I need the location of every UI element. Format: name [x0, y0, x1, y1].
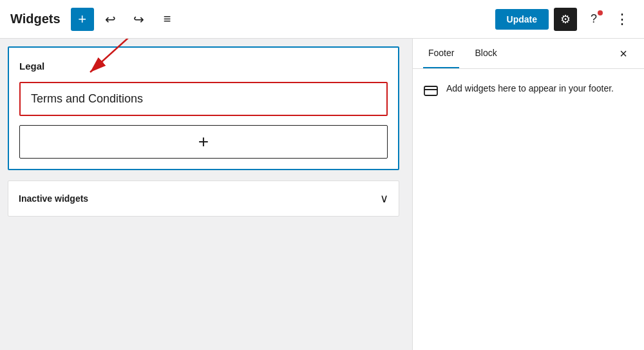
help-button[interactable]: ? — [582, 8, 605, 31]
right-panel: Footer Block × Add widgets here to appea… — [412, 39, 644, 350]
close-panel-button[interactable]: × — [613, 43, 634, 64]
widget-placeholder-icon — [423, 83, 439, 102]
settings-icon: ⚙ — [560, 12, 571, 26]
list-view-button[interactable]: ≡ — [156, 8, 179, 31]
add-widget-button[interactable]: + — [19, 125, 388, 159]
tab-footer[interactable]: Footer — [423, 39, 459, 68]
right-panel-content: Add widgets here to appear in your foote… — [413, 69, 644, 115]
widget-area-title: Legal — [19, 61, 388, 72]
chevron-down-icon: ∨ — [380, 191, 388, 206]
widget-area: Legal Terms and Conditions + — [8, 46, 399, 170]
more-icon: ⋮ — [615, 11, 629, 28]
redo-button[interactable]: ↪ — [128, 8, 151, 31]
right-panel-description: Add widgets here to appear in your foote… — [446, 82, 614, 95]
tab-block[interactable]: Block — [469, 39, 502, 68]
redo-icon: ↪ — [133, 12, 144, 27]
right-panel-tabs: Footer Block × — [413, 39, 644, 69]
undo-button[interactable]: ↩ — [99, 8, 122, 31]
page-title: Widgets — [10, 12, 61, 26]
settings-button[interactable]: ⚙ — [554, 8, 577, 31]
toolbar-right: Update ⚙ ? ⋮ — [495, 8, 634, 31]
help-icon: ? — [591, 12, 597, 26]
inactive-widgets-section[interactable]: Inactive widgets ∨ — [8, 180, 399, 217]
left-panel: Legal Terms and Conditions + — [0, 39, 412, 350]
update-button[interactable]: Update — [495, 9, 549, 30]
main-layout: Legal Terms and Conditions + — [0, 39, 644, 350]
terms-block[interactable]: Terms and Conditions — [19, 82, 388, 116]
svg-rect-2 — [424, 86, 437, 95]
widget-area-container: Legal Terms and Conditions + — [0, 46, 412, 217]
inactive-widgets-title: Inactive widgets — [19, 193, 88, 204]
add-block-button[interactable]: + — [71, 8, 94, 31]
notification-badge — [598, 10, 603, 15]
terms-block-text: Terms and Conditions — [31, 92, 143, 105]
list-icon: ≡ — [164, 12, 171, 26]
plus-icon: + — [198, 131, 209, 152]
toolbar: Widgets + ↩ ↪ ≡ Update ⚙ ? ⋮ — [0, 0, 644, 39]
more-options-button[interactable]: ⋮ — [611, 8, 634, 31]
undo-icon: ↩ — [105, 12, 116, 27]
